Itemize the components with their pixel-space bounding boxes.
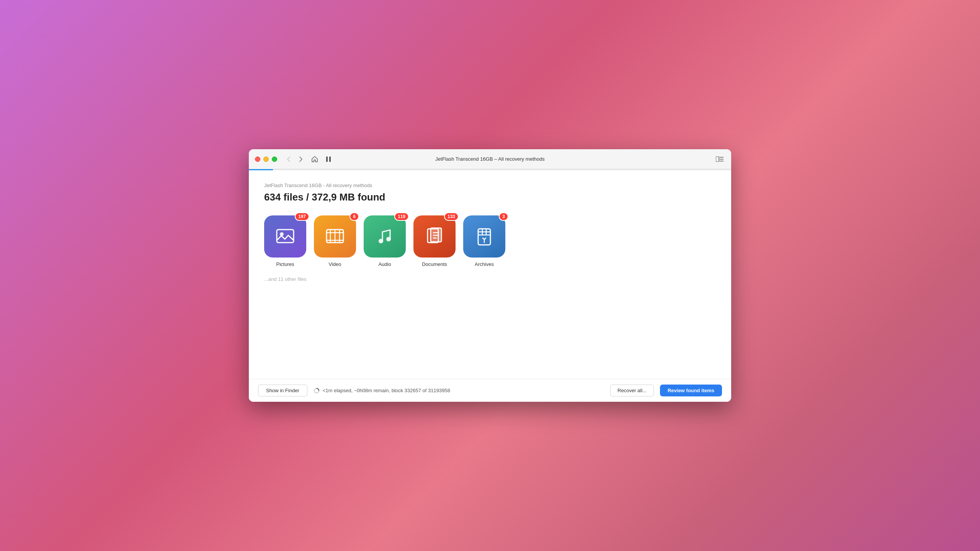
documents-card[interactable]: 133 Documents: [413, 215, 456, 267]
svg-rect-2: [716, 156, 719, 162]
progress-bar-fill: [249, 169, 273, 170]
documents-icon: [413, 215, 456, 258]
recover-all-button[interactable]: Recover all...: [610, 385, 654, 396]
progress-bar: [249, 169, 731, 170]
video-card[interactable]: 6 Video: [314, 215, 356, 267]
svg-rect-6: [277, 230, 294, 243]
sidebar-toggle-button[interactable]: [714, 154, 725, 165]
other-files-text: ...and 11 other files: [264, 276, 716, 282]
pause-button[interactable]: [323, 154, 334, 165]
svg-point-14: [379, 239, 383, 243]
content-area: JetFlash Transcend 16GB - All recovery m…: [249, 170, 731, 379]
pictures-card[interactable]: 197 Pictures: [264, 215, 306, 267]
bottom-bar: Show in Finder <1m elapsed, ~0h08m remai…: [249, 379, 731, 402]
documents-icon-wrapper: 133: [413, 215, 456, 258]
archives-card[interactable]: 3 Archives: [463, 215, 505, 267]
page-title: 634 files / 372,9 MB found: [264, 191, 716, 203]
status-area: <1m elapsed, ~0h08m remain, block 332657…: [314, 388, 604, 394]
main-window: JetFlash Transcend 16GB – All recovery m…: [249, 149, 731, 402]
audio-card[interactable]: 119 Audio: [364, 215, 406, 267]
minimize-button[interactable]: [263, 156, 269, 162]
archives-label: Archives: [475, 261, 494, 267]
show-finder-button[interactable]: Show in Finder: [258, 385, 307, 396]
video-icon: [314, 215, 356, 258]
spinner-icon: [314, 388, 320, 394]
audio-label: Audio: [378, 261, 391, 267]
video-badge: 6: [350, 212, 359, 221]
forward-button[interactable]: [296, 154, 306, 165]
documents-badge: 133: [444, 212, 459, 221]
archives-badge: 3: [499, 212, 508, 221]
nav-buttons: [283, 154, 306, 165]
titlebar: JetFlash Transcend 16GB – All recovery m…: [249, 149, 731, 169]
window-title: JetFlash Transcend 16GB – All recovery m…: [435, 156, 544, 162]
archives-icon-wrapper: 3: [463, 215, 505, 258]
svg-rect-0: [326, 156, 328, 162]
pictures-icon-wrapper: 197: [264, 215, 306, 258]
home-button[interactable]: [309, 154, 320, 165]
maximize-button[interactable]: [272, 156, 277, 162]
file-cards: 197 Pictures: [264, 215, 716, 267]
pictures-icon: [264, 215, 306, 258]
video-icon-wrapper: 6: [314, 215, 356, 258]
pictures-badge: 197: [295, 212, 309, 221]
close-button[interactable]: [255, 156, 260, 162]
video-label: Video: [328, 261, 341, 267]
review-found-items-button[interactable]: Review found items: [660, 385, 722, 396]
svg-point-15: [386, 237, 391, 241]
breadcrumb: JetFlash Transcend 16GB - All recovery m…: [264, 183, 716, 188]
documents-label: Documents: [422, 261, 447, 267]
back-button[interactable]: [283, 154, 294, 165]
status-text: <1m elapsed, ~0h08m remain, block 332657…: [323, 388, 450, 393]
audio-icon: [364, 215, 406, 258]
audio-badge: 119: [394, 212, 409, 221]
audio-icon-wrapper: 119: [364, 215, 406, 258]
archives-icon: [463, 215, 505, 258]
traffic-lights: [255, 156, 277, 162]
pictures-label: Pictures: [276, 261, 294, 267]
svg-rect-1: [329, 156, 331, 162]
titlebar-right: [714, 154, 725, 165]
